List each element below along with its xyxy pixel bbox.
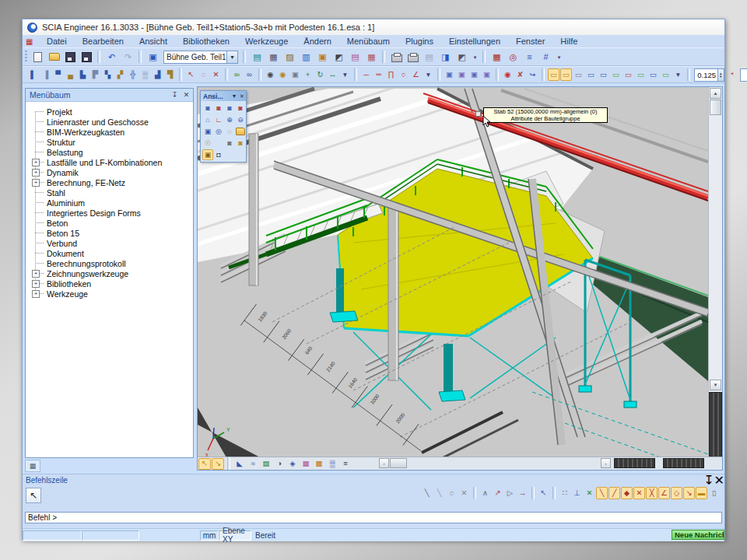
menu-item-fenster[interactable]: Fenster bbox=[508, 36, 552, 47]
toolbar-grip[interactable] bbox=[25, 51, 27, 63]
window-layout-icon[interactable]: ▣ bbox=[146, 50, 160, 65]
snap-line-icon[interactable]: ╲ bbox=[421, 487, 433, 499]
menu-item-ansicht[interactable]: Ansicht bbox=[132, 36, 175, 47]
axo-view-icon[interactable]: ◣ bbox=[233, 458, 246, 470]
tree-item-berechnung-fe-netz[interactable]: +Berechnung, FE-Netz bbox=[26, 177, 193, 187]
clipping-box-icon[interactable]: ▣ bbox=[202, 149, 213, 160]
scale-spinner[interactable]: 0.125▴▾ bbox=[694, 68, 724, 82]
pin-icon[interactable]: ↧ bbox=[170, 90, 180, 100]
menu-item-ndern[interactable]: Ändern bbox=[296, 36, 338, 47]
search-attributes-icon[interactable]: ◉ bbox=[277, 68, 289, 81]
home-view-icon[interactable]: ⌂ bbox=[202, 114, 213, 125]
expand-icon[interactable]: + bbox=[32, 159, 40, 166]
link-members-icon[interactable]: ∞ bbox=[231, 68, 243, 81]
menu-item-datei[interactable]: Datei bbox=[39, 36, 75, 47]
menu-item-bibliotheken[interactable]: Bibliotheken bbox=[175, 36, 237, 47]
save-all-icon[interactable] bbox=[63, 50, 78, 65]
paperspace-icon[interactable]: ▥ bbox=[299, 50, 314, 65]
tree-item-werkzeuge[interactable]: +Werkzeuge bbox=[26, 289, 193, 299]
vertical-scrollbar[interactable]: ▲ ▼ bbox=[708, 87, 722, 459]
snap-settings-icon[interactable]: ▯ bbox=[708, 487, 720, 499]
chevron-down-icon[interactable]: ▼ bbox=[230, 93, 238, 99]
expand-icon[interactable]: + bbox=[32, 179, 40, 187]
toolbar-overflow-icon[interactable]: ▾ bbox=[471, 50, 479, 65]
coordinates-info-icon[interactable]: # bbox=[538, 50, 553, 65]
snap-delete-icon[interactable]: ✕ bbox=[458, 487, 470, 499]
paste-icon[interactable]: ▣ bbox=[444, 68, 455, 81]
perpendicular-icon[interactable]: ⊥ bbox=[571, 487, 583, 499]
selection-center-icon[interactable]: ◉ bbox=[502, 68, 514, 81]
menu-item-bearbeiten[interactable]: Bearbeiten bbox=[75, 36, 132, 47]
snap-node-icon[interactable]: ✕ bbox=[633, 487, 645, 499]
hinge-icon[interactable]: ╬ bbox=[127, 68, 139, 81]
view-axo-icon[interactable]: ◙ bbox=[235, 103, 246, 114]
snap-dimension-icon[interactable]: ▬ bbox=[696, 487, 707, 499]
redo-icon[interactable]: ↷ bbox=[121, 50, 135, 65]
command-input[interactable]: Befehl > bbox=[25, 512, 722, 523]
member-table-icon[interactable]: ▤ bbox=[348, 50, 363, 65]
snap-direction-icon[interactable]: ↗ bbox=[492, 487, 503, 499]
menu-item-einstellungen[interactable]: Einstellungen bbox=[441, 36, 508, 47]
snap-flag-icon[interactable]: ▷ bbox=[504, 487, 516, 499]
view-all-windows-icon[interactable]: ▭ bbox=[660, 68, 672, 81]
view-top-icon[interactable]: ◙ bbox=[202, 103, 213, 114]
unity-check-icon[interactable]: ◎ bbox=[506, 50, 521, 65]
camera-saved-icon[interactable]: ◙ bbox=[235, 138, 246, 149]
snap-intersect-icon[interactable]: ╳ bbox=[646, 487, 658, 499]
node-icon[interactable]: ▞ bbox=[114, 68, 126, 81]
export-icon[interactable]: ◨ bbox=[438, 50, 453, 65]
tree-item-integriertes-design-forms[interactable]: Integriertes Design Forms bbox=[26, 208, 193, 218]
save-icon[interactable] bbox=[79, 50, 94, 65]
toolbar-overflow-icon[interactable]: ▾ bbox=[339, 68, 351, 81]
chevron-down-icon[interactable]: ▼ bbox=[226, 51, 237, 63]
clip-plane-icon[interactable]: ↘ bbox=[212, 458, 224, 470]
scroll-up-icon[interactable]: ▲ bbox=[710, 88, 721, 99]
view-surfaces-icon[interactable]: ▭ bbox=[610, 68, 622, 81]
rib-icon[interactable]: ▙ bbox=[77, 68, 89, 81]
cursor-snap-icon[interactable]: ↖ bbox=[538, 487, 549, 499]
dock-grip-1[interactable] bbox=[614, 458, 655, 468]
menu-item-werkzeuge[interactable]: Werkzeuge bbox=[237, 36, 296, 47]
truss-icon[interactable]: ▚ bbox=[102, 68, 114, 81]
undo-icon[interactable]: ↶ bbox=[104, 50, 119, 65]
view-side-icon[interactable]: ◙ bbox=[224, 103, 235, 114]
snap-ortho-icon[interactable]: ∠ bbox=[658, 487, 670, 499]
tree-item-beton-15[interactable]: Beton 15 bbox=[26, 228, 193, 238]
copy-attributes-icon[interactable]: ▣ bbox=[315, 50, 330, 65]
view-params-icon[interactable]: ▭ bbox=[647, 68, 659, 81]
tree-item-stahl[interactable]: Stahl bbox=[26, 187, 193, 198]
deselect-icon[interactable]: ✕ bbox=[210, 68, 222, 81]
menu-item-men-baum[interactable]: Menübaum bbox=[339, 36, 398, 47]
paste-special-icon[interactable]: ▣ bbox=[456, 68, 468, 81]
menu-item-hilfe[interactable]: Hilfe bbox=[552, 36, 585, 47]
image-icon[interactable]: ◩ bbox=[331, 50, 346, 65]
snap-segment-icon[interactable]: ╲ bbox=[433, 487, 445, 499]
snap-endpoint-icon[interactable]: ╲ bbox=[596, 487, 608, 499]
dock-grip-vertical[interactable] bbox=[709, 392, 722, 457]
dock-tab-button[interactable]: ▦ bbox=[25, 460, 40, 472]
tree-item-zeichnungswerkzeuge[interactable]: +Zeichnungswerkzeuge bbox=[26, 268, 193, 278]
draw-parallel-icon[interactable]: ═ bbox=[373, 68, 384, 81]
snap-vertex-icon[interactable]: ∧ bbox=[479, 487, 491, 499]
snap-tangent-icon[interactable]: ◇ bbox=[671, 487, 682, 499]
tree-item-linienraster-und-geschosse[interactable]: Linienraster und Geschosse bbox=[26, 117, 193, 127]
scroll-right-icon[interactable]: › bbox=[601, 458, 611, 468]
tree-item-berechnungsprotokoll[interactable]: Berechnungsprotokoll bbox=[26, 258, 193, 268]
export-block-icon[interactable]: ↪ bbox=[527, 68, 538, 81]
column-icon[interactable]: ▐ bbox=[40, 68, 51, 81]
tree-item-bibliotheken[interactable]: +Bibliotheken bbox=[26, 278, 193, 289]
ucs-view-icon[interactable]: ∟ bbox=[213, 114, 224, 125]
engineering-report-icon[interactable]: ▤ bbox=[250, 50, 265, 65]
zoom-window-icon[interactable]: ▣ bbox=[202, 126, 213, 137]
wall-icon[interactable]: ▄ bbox=[65, 68, 76, 81]
close-icon[interactable]: ✕ bbox=[238, 93, 246, 100]
mirror-icon[interactable]: ↔ bbox=[327, 68, 338, 81]
status-units[interactable]: mm bbox=[200, 530, 219, 541]
zoom-all-icon[interactable]: ◎ bbox=[213, 126, 224, 137]
vertical-scroll-thumb[interactable] bbox=[710, 100, 721, 115]
picture-gallery-icon[interactable]: ▨ bbox=[282, 50, 297, 65]
user-block-icon[interactable]: ▣ bbox=[481, 68, 493, 81]
support-icon[interactable]: ▒ bbox=[139, 68, 151, 81]
beam-icon[interactable]: ▌ bbox=[27, 68, 39, 81]
tree-item-beton[interactable]: Beton bbox=[26, 218, 193, 228]
